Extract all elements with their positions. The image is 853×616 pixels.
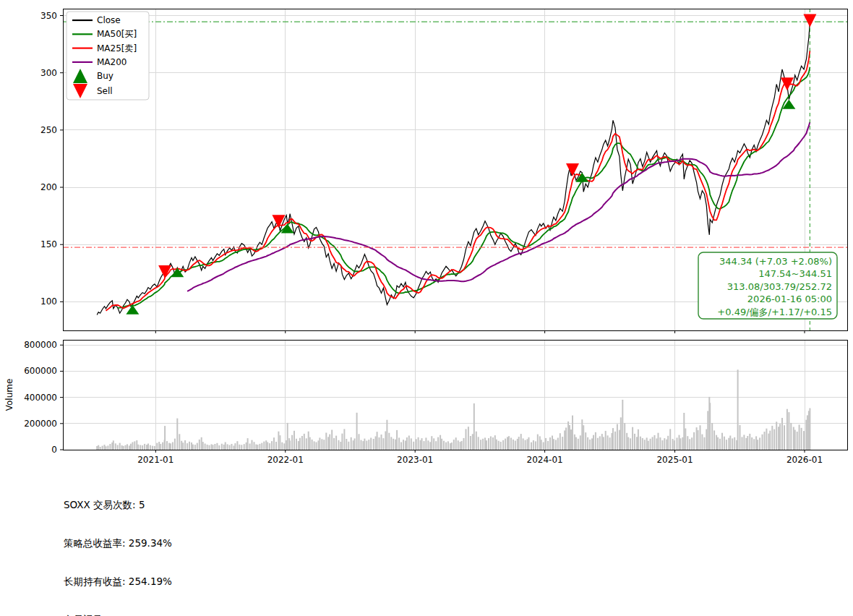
- summary-block: SOXX 交易次数: 5 策略总收益率: 259.34% 长期持有收益: 254…: [60, 474, 429, 616]
- price-ytick-label: 150: [40, 239, 57, 249]
- xtick-label: 2023-01: [397, 455, 433, 465]
- price-ytick-label: 350: [40, 11, 57, 21]
- annotation-line: +0.49/偏多/+1.17/+0.15: [717, 307, 832, 317]
- volume-bars: [96, 369, 810, 450]
- legend-label: Close: [97, 15, 121, 25]
- axes-spines: [63, 9, 847, 450]
- volume-ytick-label: 400000: [24, 393, 57, 403]
- volume-ytick-label: 0: [51, 445, 57, 455]
- stock-strategy-figure: 1001502002503003500200000400000600000800…: [0, 0, 853, 616]
- volume-ytick-label: 800000: [24, 340, 57, 350]
- volume-ylabel: Volume: [4, 379, 14, 411]
- records-title: 交易记录:: [60, 614, 429, 616]
- legend: CloseMA50[买]MA25[卖]MA200BuySell: [67, 12, 149, 100]
- xtick-label: 2021-01: [137, 455, 173, 465]
- xtick-label: 2022-01: [267, 455, 304, 465]
- legend-label: MA200: [97, 57, 127, 67]
- price-volume-chart: 1001502002503003500200000400000600000800…: [0, 0, 853, 471]
- gridlines: [63, 9, 847, 450]
- xtick-label: 2026-01: [786, 455, 823, 465]
- volume-ytick-label: 200000: [24, 419, 57, 429]
- legend-label: Sell: [97, 86, 113, 96]
- annotation-box: 344.34 (+7.03 +2.08%)147.54~344.51313.08…: [698, 252, 837, 319]
- annotation-line: 344.34 (+7.03 +2.08%): [719, 256, 832, 267]
- buy-markers: [126, 100, 795, 315]
- annotation-line: 2026-01-16 05:00: [747, 294, 832, 304]
- annotation-line: 313.08/303.79/252.72: [727, 281, 832, 292]
- volume-ytick-label: 600000: [24, 366, 57, 376]
- price-ytick-label: 200: [40, 182, 57, 192]
- legend-label: Buy: [97, 71, 113, 81]
- price-ytick-label: 300: [40, 68, 57, 78]
- legend-label: MA50[买]: [97, 29, 137, 39]
- hold-return-line: 长期持有收益: 254.19%: [60, 576, 429, 589]
- xtick-label: 2024-01: [527, 455, 563, 465]
- xtick-label: 2025-01: [656, 455, 693, 465]
- legend-label: MA25[卖]: [97, 43, 137, 54]
- strategy-return-line: 策略总收益率: 259.34%: [60, 537, 429, 550]
- trade-count-line: SOXX 交易次数: 5: [60, 499, 429, 512]
- price-ytick-label: 100: [40, 296, 57, 307]
- annotation-line: 147.54~344.51: [758, 268, 832, 279]
- sell-markers: [158, 14, 816, 278]
- price-ytick-label: 250: [40, 125, 57, 135]
